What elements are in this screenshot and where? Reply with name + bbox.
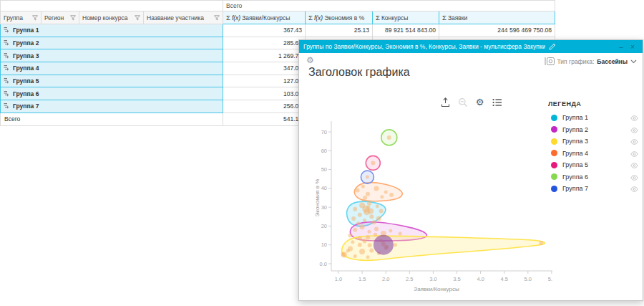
visibility-eye-icon[interactable] — [630, 175, 638, 181]
value-cell: 256.00 — [223, 100, 306, 113]
group-cell[interactable]: Группа 1 — [1, 24, 223, 37]
close-button[interactable]: × — [627, 43, 638, 51]
group-cell[interactable]: Группа 2 — [1, 37, 223, 49]
group-label: Группа 7 — [13, 102, 39, 110]
column-header-group[interactable]: Группа — [1, 11, 42, 24]
visibility-eye-icon[interactable] — [630, 115, 638, 121]
svg-text:2.0: 2.0 — [382, 276, 389, 282]
chart-type-selector[interactable]: Тип графика: Бассейны — [545, 57, 637, 66]
svg-text:70: 70 — [321, 129, 327, 135]
svg-text:40: 40 — [321, 185, 327, 191]
group-cell[interactable]: Группа 6 — [1, 87, 223, 100]
table-header-row: Группа Регион Номер конкурса Название уч… — [1, 11, 555, 24]
table-row[interactable]: Группа 1367.4325.1389 921 514 843.00244 … — [1, 24, 555, 37]
chart-type-label: Тип графика: — [557, 58, 595, 65]
expand-node-icon[interactable] — [4, 52, 10, 59]
group-cell[interactable]: Группа 4 — [1, 62, 223, 75]
legend-item[interactable]: Группа 1 — [551, 112, 638, 124]
legend-item-label: Группа 5 — [562, 161, 630, 168]
legend-item[interactable]: Группа 6 — [551, 171, 638, 183]
svg-text:5.0: 5.0 — [525, 276, 532, 282]
chart-type-value: Бассейны — [597, 58, 628, 65]
group-label: Группа 3 — [13, 52, 39, 59]
column-header-measure-bids[interactable]: ΣЗаявки — [439, 11, 555, 24]
legend-item[interactable]: Группа 4 — [551, 148, 638, 160]
svg-text:Экономия в %: Экономия в % — [314, 179, 321, 217]
visibility-eye-icon[interactable] — [630, 139, 638, 145]
legend-item[interactable]: Группа 5 — [551, 159, 638, 171]
group-label: Группа 6 — [13, 90, 39, 97]
svg-text:30: 30 — [321, 204, 327, 211]
legend-item-label: Группа 6 — [562, 173, 630, 181]
legend-item[interactable]: Группа 7 — [551, 183, 638, 195]
legend-item-label: Группа 4 — [562, 150, 630, 157]
expand-node-icon[interactable] — [4, 77, 10, 84]
legend-list-icon[interactable] — [492, 97, 502, 107]
expand-node-icon[interactable] — [4, 64, 10, 71]
visibility-eye-icon[interactable] — [630, 128, 638, 133]
chart-dialog: Группы по Заявки/Конкурсы, Экономия в %,… — [298, 39, 643, 301]
dialog-title: Группы по Заявки/Конкурсы, Экономия в %,… — [303, 43, 545, 50]
svg-text:10: 10 — [321, 242, 327, 248]
svg-text:4.0: 4.0 — [477, 276, 484, 282]
zoom-out-icon[interactable] — [457, 97, 468, 107]
svg-text:20: 20 — [321, 223, 327, 229]
table-band-row: Всего — [1, 1, 555, 11]
expand-node-icon[interactable] — [4, 27, 10, 33]
group-label: Группа 1 — [13, 27, 39, 34]
value-cell: 367.43 — [223, 24, 306, 37]
group-label: Группа 5 — [13, 77, 39, 85]
legend-item-label: Группа 7 — [562, 185, 630, 192]
value-cell: 347.00 — [223, 62, 306, 75]
value-cell: 103.00 — [223, 87, 306, 100]
column-header-measure-bids-contests[interactable]: Σf(x)Заявки/Конкурсы — [223, 11, 306, 24]
svg-text:2.5: 2.5 — [406, 276, 413, 282]
svg-text:Заявки/Конкурсы: Заявки/Конкурсы — [414, 286, 459, 292]
column-header-contest-number[interactable]: Номер конкурса — [79, 11, 144, 24]
svg-text:5.5: 5.5 — [548, 276, 552, 282]
filter-icon[interactable] — [70, 15, 76, 21]
group-label: Группа 2 — [13, 39, 39, 47]
minimize-button[interactable]: – — [615, 43, 627, 51]
group-cell[interactable]: Группа 3 — [1, 49, 223, 62]
filter-icon[interactable] — [214, 15, 220, 21]
column-header-participant[interactable]: Название участника — [144, 11, 223, 24]
svg-text:50: 50 — [321, 166, 327, 173]
group-cell[interactable]: Группа 5 — [1, 75, 223, 87]
chart-type-icon — [545, 57, 555, 66]
band-total-cell: Всего — [223, 1, 555, 11]
expand-node-icon[interactable] — [4, 90, 10, 97]
visibility-eye-icon[interactable] — [630, 186, 638, 192]
value-cell: 541.16 — [223, 113, 306, 125]
svg-text:60: 60 — [321, 148, 327, 154]
dialog-titlebar[interactable]: Группы по Заявки/Конкурсы, Экономия в %,… — [299, 40, 643, 53]
filter-icon[interactable] — [135, 15, 140, 21]
legend-item-label: Группа 1 — [562, 114, 630, 121]
legend-item[interactable]: Группа 3 — [551, 135, 638, 148]
visibility-eye-icon[interactable] — [630, 163, 638, 168]
group-label: Группа 4 — [13, 64, 39, 72]
svg-text:1.5: 1.5 — [358, 276, 366, 282]
edit-title-icon[interactable] — [549, 43, 556, 50]
column-header-region[interactable]: Регион — [42, 11, 79, 24]
legend-title: ЛЕГЕНДА — [548, 100, 581, 107]
gear-icon[interactable]: ⚙ — [474, 97, 485, 107]
legend-item-label: Группа 2 — [562, 126, 630, 133]
export-icon[interactable] — [440, 97, 451, 107]
expand-node-icon[interactable] — [4, 102, 10, 109]
value-cell: 244 596 469 750.08 — [439, 24, 555, 37]
chart-toolbar: ⚙ — [440, 97, 502, 107]
legend-item[interactable]: Группа 2 — [551, 124, 638, 136]
column-header-measure-savings[interactable]: Σf(x)Экономия в % — [306, 11, 373, 24]
expand-node-icon[interactable] — [4, 39, 10, 46]
chart-title: Заголовок графика — [308, 66, 410, 79]
visibility-eye-icon[interactable] — [630, 151, 638, 157]
svg-text:3.0: 3.0 — [429, 276, 436, 282]
filter-icon[interactable] — [32, 15, 38, 21]
svg-text:3.5: 3.5 — [453, 276, 460, 282]
group-cell[interactable]: Группа 7 — [1, 100, 223, 113]
svg-text:4.5: 4.5 — [500, 276, 507, 282]
value-cell: 25.13 — [306, 24, 373, 37]
column-header-measure-contests[interactable]: ΣКонкурсы — [373, 11, 439, 24]
chart-settings-gear-icon[interactable]: ⚙ — [306, 56, 314, 64]
